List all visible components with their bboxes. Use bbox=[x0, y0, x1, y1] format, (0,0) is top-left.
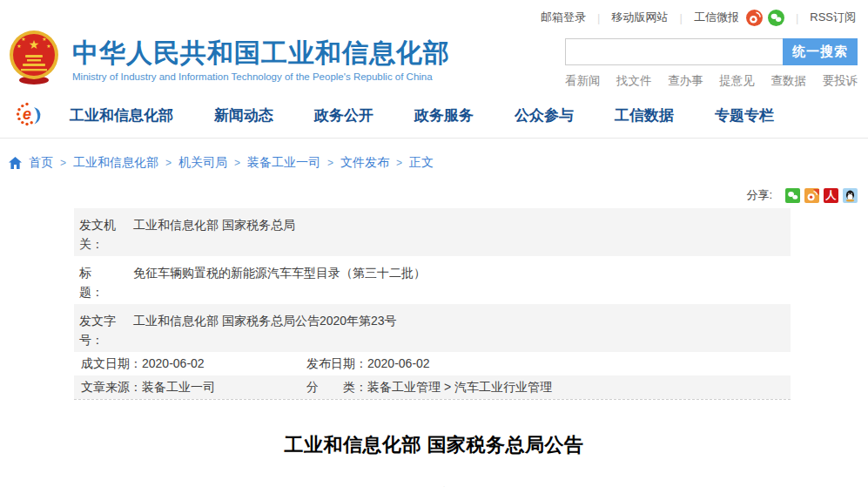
breadcrumb-home[interactable]: 首页 bbox=[29, 155, 53, 171]
breadcrumb-separator: > bbox=[327, 157, 333, 169]
svg-text:★: ★ bbox=[17, 44, 21, 49]
breadcrumb-separator: > bbox=[165, 157, 172, 169]
breadcrumb-miit[interactable]: 工业和信息化部 bbox=[73, 155, 158, 171]
meta-row-title: 标 题： 免征车辆购置税的新能源汽车车型目录（第三十二批） bbox=[74, 256, 791, 304]
nav-item-topics[interactable]: 专题专栏 bbox=[715, 105, 774, 125]
publish-date: 发布日期：2020-06-02 bbox=[306, 356, 791, 372]
nav-item-miit[interactable]: 工业和信息化部 bbox=[70, 105, 173, 125]
search-area: 统一搜索 看新闻 找文件 查办事 提意见 查数据 要投诉 bbox=[565, 38, 858, 89]
gongxin-weibo-link[interactable]: 工信微报 bbox=[694, 10, 739, 25]
nav-item-public[interactable]: 公众参与 bbox=[515, 105, 574, 125]
breadcrumb-departments[interactable]: 机关司局 bbox=[178, 155, 227, 171]
breadcrumb-doc-release[interactable]: 文件发布 bbox=[340, 155, 389, 171]
breadcrumb-separator: > bbox=[396, 157, 402, 169]
meta-row-issuer: 发文机 关： 工业和信息化部 国家税务总局 bbox=[74, 208, 791, 256]
written-date: 成文日期：2020-06-02 bbox=[81, 356, 306, 372]
home-icon[interactable] bbox=[9, 157, 22, 169]
article-category: 分 类：装备工业管理 > 汽车工业行业管理 bbox=[306, 380, 791, 396]
article-source: 文章来源：装备工业一司 bbox=[81, 380, 306, 396]
site-subtitle: Ministry of Industry and Information Tec… bbox=[72, 71, 450, 82]
dashed-divider bbox=[74, 399, 791, 400]
share-wechat-icon[interactable] bbox=[785, 188, 800, 203]
site-header: ★ ★ ★ ★ ★ 中华人民共和国工业和信息化部 Ministry of Ind… bbox=[0, 35, 868, 92]
rss-link[interactable]: RSS订阅 bbox=[810, 10, 856, 25]
svg-text:★: ★ bbox=[29, 37, 40, 51]
quick-link-news[interactable]: 看新闻 bbox=[565, 73, 601, 89]
svg-text:e: e bbox=[23, 105, 31, 123]
topbar-divider: | bbox=[796, 11, 798, 24]
article-title: 工业和信息化部 国家税务总局公告 bbox=[0, 432, 868, 458]
quick-link-services[interactable]: 查办事 bbox=[668, 73, 703, 89]
quick-link-complaint[interactable]: 要投诉 bbox=[822, 73, 858, 89]
share-weibo-icon[interactable] bbox=[804, 188, 819, 203]
quick-link-data[interactable]: 查数据 bbox=[770, 73, 806, 89]
wechat-icon[interactable] bbox=[768, 10, 784, 26]
breadcrumb: 首页 > 工业和信息化部 > 机关司局 > 装备工业一司 > 文件发布 > 正文 bbox=[0, 139, 868, 184]
share-label: 分享: bbox=[746, 187, 772, 203]
share-qq-icon[interactable] bbox=[843, 188, 858, 203]
quick-links: 看新闻 找文件 查办事 提意见 查数据 要投诉 bbox=[565, 73, 858, 89]
meta-value-issuer: 工业和信息化部 国家税务总局 bbox=[133, 215, 784, 256]
meta-label-issuer: 发文机 关： bbox=[79, 215, 121, 256]
meta-label-title: 标 题： bbox=[79, 263, 121, 304]
national-emblem-logo: ★ ★ ★ ★ ★ bbox=[9, 30, 59, 85]
nav-item-gov-service[interactable]: 政务服务 bbox=[414, 105, 474, 125]
document-meta-table: 发文机 关： 工业和信息化部 国家税务总局 标 题： 免征车辆购置税的新能源汽车… bbox=[74, 208, 791, 399]
svg-text:★: ★ bbox=[42, 37, 46, 42]
topbar-social-icons bbox=[746, 10, 784, 26]
weibo-icon[interactable] bbox=[746, 10, 763, 26]
main-nav: e 工业和信息化部 新闻动态 政务公开 政务服务 公众参与 工信数据 专题专栏 bbox=[0, 92, 868, 139]
share-row: 分享: 人 bbox=[0, 184, 868, 208]
topbar-divider: | bbox=[679, 11, 682, 24]
breadcrumb-current: 正文 bbox=[409, 155, 434, 171]
meta-row-source: 文章来源：装备工业一司 分 类：装备工业管理 > 汽车工业行业管理 bbox=[74, 375, 791, 399]
nav-item-data[interactable]: 工信数据 bbox=[615, 105, 674, 125]
search-input[interactable] bbox=[565, 38, 783, 65]
unified-search-button[interactable]: 统一搜索 bbox=[783, 38, 858, 65]
breadcrumb-equipment-dept[interactable]: 装备工业一司 bbox=[247, 155, 320, 171]
site-title: 中华人民共和国工业和信息化部 bbox=[72, 38, 450, 68]
nav-item-gov-open[interactable]: 政务公开 bbox=[314, 105, 373, 125]
mobile-site-link[interactable]: 移动版网站 bbox=[611, 10, 668, 25]
quick-link-suggest[interactable]: 提意见 bbox=[719, 73, 755, 89]
mail-login-link[interactable]: 邮箱登录 bbox=[541, 10, 586, 25]
breadcrumb-separator: > bbox=[234, 157, 240, 169]
meta-row-doc-number: 发文字 号： 工业和信息化部 国家税务总局公告2020年第23号 bbox=[74, 304, 791, 352]
svg-text:★: ★ bbox=[21, 37, 25, 42]
svg-text:★: ★ bbox=[46, 44, 50, 49]
meta-value-title: 免征车辆购置税的新能源汽车车型目录（第三十二批） bbox=[133, 263, 784, 304]
site-brand: ★ ★ ★ ★ ★ 中华人民共和国工业和信息化部 Ministry of Ind… bbox=[9, 35, 450, 85]
nav-item-news[interactable]: 新闻动态 bbox=[214, 105, 273, 125]
top-utility-bar: 邮箱登录 | 移动版网站 | 工信微报 | RSS订阅 bbox=[0, 0, 868, 35]
breadcrumb-separator: > bbox=[60, 157, 66, 169]
brand-text: 中华人民共和国工业和信息化部 Ministry of Industry and … bbox=[72, 38, 450, 82]
meta-label-doc-number: 发文字 号： bbox=[79, 311, 121, 352]
meta-row-dates: 成文日期：2020-06-02 发布日期：2020-06-02 bbox=[74, 352, 791, 375]
topbar-divider: | bbox=[597, 11, 600, 24]
miit-e-logo-icon: e bbox=[16, 101, 44, 129]
meta-value-doc-number: 工业和信息化部 国家税务总局公告2020年第23号 bbox=[133, 311, 784, 352]
share-people-icon[interactable]: 人 bbox=[824, 188, 838, 203]
quick-link-files[interactable]: 找文件 bbox=[616, 73, 652, 89]
